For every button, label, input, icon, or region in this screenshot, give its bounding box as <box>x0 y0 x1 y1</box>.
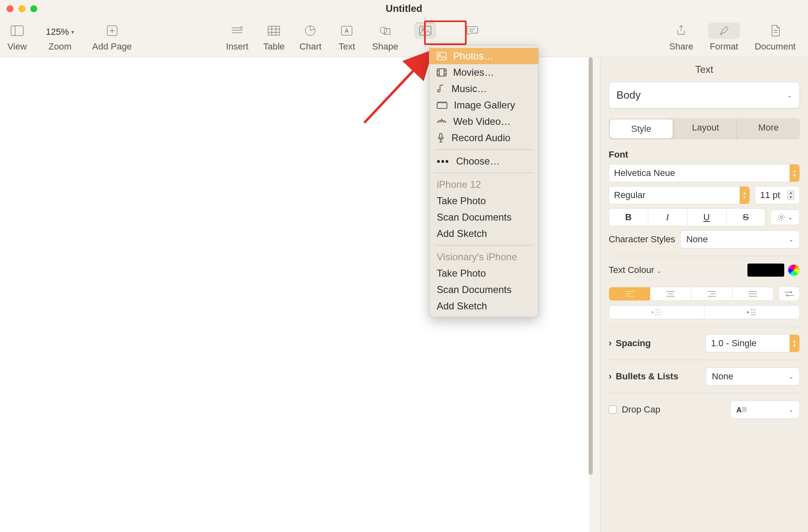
insert-button[interactable]: Insert <box>226 23 248 52</box>
text-button[interactable]: A Text <box>336 23 357 52</box>
seg-more[interactable]: More <box>737 118 800 140</box>
text-direction-button[interactable] <box>779 286 800 301</box>
font-family-select[interactable]: Helvetica Neue ▲▼ <box>609 164 800 182</box>
svg-point-20 <box>422 28 424 30</box>
share-label: Share <box>669 41 693 52</box>
chevron-down-icon: ⌄ <box>789 373 794 380</box>
font-size-stepper[interactable]: ▲▼ <box>787 190 794 200</box>
svg-point-8 <box>240 27 242 29</box>
svg-point-27 <box>439 54 440 56</box>
chevron-right-icon: › <box>609 371 612 382</box>
window-title: Untitled <box>386 3 422 14</box>
menu-d2-sketch[interactable]: Add Sketch <box>429 298 538 314</box>
seg-style[interactable]: Style <box>610 119 673 138</box>
paragraph-style-select[interactable]: Body ⌄ <box>609 82 800 108</box>
char-styles-select[interactable]: None ⌄ <box>680 230 800 248</box>
svg-rect-35 <box>437 103 447 108</box>
minimize-window[interactable] <box>18 5 25 12</box>
chevron-down-icon: ▾ <box>71 29 74 35</box>
dropcap-checkbox[interactable] <box>609 406 617 414</box>
inspector-tab-text[interactable]: Text <box>609 57 800 82</box>
menu-image-gallery[interactable]: Image Gallery <box>429 97 538 113</box>
menu-choose[interactable]: ••• Choose… <box>429 153 538 169</box>
advanced-font-button[interactable]: ⌄ <box>770 210 800 225</box>
zoom-label: Zoom <box>49 41 72 52</box>
seg-layout[interactable]: Layout <box>674 118 737 140</box>
format-label: Format <box>710 41 738 52</box>
chevron-down-icon: ⌄ <box>789 236 794 243</box>
underline-button[interactable]: U <box>687 209 727 226</box>
chart-label: Chart <box>300 41 322 52</box>
font-family-stepper-icon: ▲▼ <box>790 165 799 182</box>
format-button[interactable]: Format <box>708 23 740 52</box>
menu-device-2-header: Visionary's iPhone <box>429 249 538 265</box>
shape-button[interactable]: Shape <box>372 23 398 52</box>
insert-label: Insert <box>226 41 248 52</box>
svg-text:A: A <box>345 27 349 34</box>
indent-button[interactable] <box>704 306 799 319</box>
menu-d2-scan[interactable]: Scan Documents <box>429 282 538 298</box>
table-label: Table <box>263 41 285 52</box>
align-justify-button[interactable] <box>733 287 774 300</box>
bullets-disclosure[interactable]: ›Bullets & Lists <box>609 371 678 382</box>
italic-button[interactable]: I <box>648 209 688 226</box>
menu-d1-scan[interactable]: Scan Documents <box>429 209 538 225</box>
svg-point-38 <box>780 216 783 219</box>
bullets-select[interactable]: None ⌄ <box>706 367 800 385</box>
text-label: Text <box>339 41 355 52</box>
colour-picker-icon[interactable] <box>788 264 800 276</box>
zoom-button[interactable]: 125%▾ Zoom <box>43 25 77 52</box>
font-style-select[interactable]: Regular ▲▼ <box>609 186 750 204</box>
svg-rect-26 <box>437 52 446 60</box>
spacing-select[interactable]: 1.0 - Single ▲▼ <box>706 334 800 352</box>
menu-d1-take-photo[interactable]: Take Photo <box>429 193 538 209</box>
table-button[interactable]: Table <box>263 23 285 52</box>
spacing-stepper-icon: ▲▼ <box>790 335 799 352</box>
chevron-down-icon: ⌄ <box>789 406 794 413</box>
svg-rect-37 <box>440 133 442 138</box>
text-colour-swatch[interactable] <box>747 264 784 277</box>
menu-device-1-header: iPhone 12 <box>429 176 538 193</box>
vertical-scrollbar[interactable] <box>588 57 594 475</box>
menu-music[interactable]: Music… <box>429 81 538 97</box>
spacing-disclosure[interactable]: ›Spacing <box>609 338 651 349</box>
bold-button[interactable]: B <box>609 209 648 226</box>
menu-movies[interactable]: Movies… <box>429 64 538 81</box>
titlebar: Untitled <box>0 0 808 17</box>
align-left-button[interactable] <box>609 287 650 300</box>
toolbar: View 125%▾ Zoom Add Page Insert Table Ch… <box>0 17 808 57</box>
menu-d1-sketch[interactable]: Add Sketch <box>429 225 538 242</box>
indent-bar <box>609 305 800 319</box>
font-size-field[interactable]: 11 pt ▲▼ <box>755 186 800 204</box>
close-window[interactable] <box>7 5 14 12</box>
menu-web-video[interactable]: Web Video… <box>429 113 538 130</box>
view-button[interactable]: View <box>7 23 28 52</box>
zoom-value: 125% <box>46 27 69 37</box>
dropcap-style-select[interactable]: A≡ ⌄ <box>730 401 800 419</box>
media-dropdown-menu: Photos… Movies… Music… Image Gallery Web… <box>429 45 539 317</box>
add-page-button[interactable]: Add Page <box>92 23 132 52</box>
menu-d2-take-photo[interactable]: Take Photo <box>429 265 538 282</box>
menu-record-audio[interactable]: Record Audio <box>429 130 538 146</box>
font-section-label: Font <box>609 149 800 160</box>
svg-rect-19 <box>420 26 431 35</box>
share-button[interactable]: Share <box>669 23 693 52</box>
outdent-button[interactable] <box>609 306 704 319</box>
document-button[interactable]: Document <box>755 23 796 52</box>
chevron-down-icon: ⌄ <box>788 214 793 221</box>
shape-label: Shape <box>372 41 398 52</box>
fullscreen-window[interactable] <box>30 5 37 12</box>
inspector-segmented: Style Layout More <box>609 118 800 140</box>
format-inspector: Text Body ⌄ Style Layout More Font Helve… <box>600 57 808 532</box>
chart-button[interactable]: Chart <box>300 23 322 52</box>
traffic-lights <box>7 5 37 12</box>
dropcap-preview-icon: A≡ <box>736 404 747 415</box>
menu-photos[interactable]: Photos… <box>429 48 538 64</box>
document-label: Document <box>755 41 796 52</box>
align-center-button[interactable] <box>650 287 692 300</box>
svg-rect-9 <box>268 26 280 35</box>
ellipsis-icon: ••• <box>437 156 449 167</box>
char-styles-label: Character Styles <box>609 234 675 245</box>
align-right-button[interactable] <box>691 287 733 300</box>
strike-button[interactable]: S <box>727 209 765 226</box>
